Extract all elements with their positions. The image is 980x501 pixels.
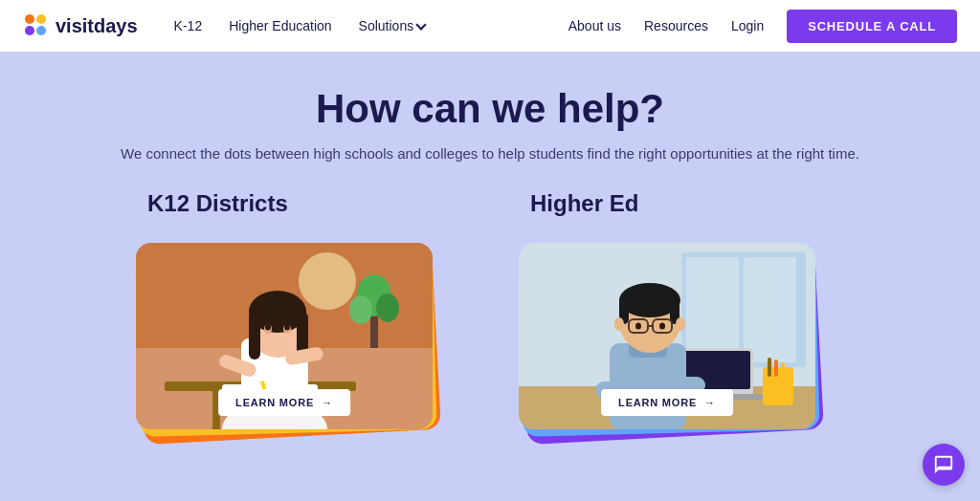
svg-point-2 xyxy=(25,26,34,35)
k12-card-stack: LEARN MORE → xyxy=(136,229,461,429)
svg-rect-38 xyxy=(768,358,771,377)
logo[interactable]: visitdays xyxy=(23,12,138,39)
svg-point-24 xyxy=(284,324,290,331)
hero-subtitle: We connect the dots between high schools… xyxy=(57,145,923,162)
k12-card-column: K12 Districts xyxy=(136,190,461,429)
higher-ed-learn-more-button[interactable]: LEARN MORE → xyxy=(601,389,733,416)
svg-rect-32 xyxy=(744,257,796,362)
nav-k12[interactable]: K-12 xyxy=(174,18,203,33)
svg-point-50 xyxy=(635,323,641,330)
nav-right: About us Resources Login SCHEDULE A CALL xyxy=(568,10,957,43)
svg-rect-31 xyxy=(686,257,739,362)
hero-title: How can we help? xyxy=(57,86,923,132)
k12-learn-more-button[interactable]: LEARN MORE → xyxy=(218,389,350,416)
svg-point-53 xyxy=(676,317,685,331)
svg-point-51 xyxy=(659,323,665,330)
k12-card-main: LEARN MORE → xyxy=(136,243,433,429)
chevron-down-icon xyxy=(416,19,427,30)
svg-point-14 xyxy=(299,252,356,310)
navbar: visitdays K-12 Higher Education Solution… xyxy=(0,0,980,52)
svg-rect-19 xyxy=(249,312,260,359)
nav-login[interactable]: Login xyxy=(731,18,764,33)
svg-point-23 xyxy=(265,324,271,331)
hero-section: How can we help? We connect the dots bet… xyxy=(0,52,980,458)
svg-point-52 xyxy=(614,317,624,331)
svg-point-12 xyxy=(349,295,372,324)
schedule-call-button[interactable]: SCHEDULE A CALL xyxy=(787,10,957,43)
k12-card-title: K12 Districts xyxy=(147,190,288,217)
higher-ed-card-main: LEARN MORE → xyxy=(519,243,815,429)
svg-rect-39 xyxy=(774,359,778,377)
svg-point-1 xyxy=(36,14,46,24)
higher-ed-card-column: Higher Ed xyxy=(519,190,844,429)
chat-icon xyxy=(933,454,954,475)
higher-ed-card-stack: LEARN MORE → xyxy=(519,229,844,429)
svg-point-13 xyxy=(376,294,399,322)
cards-section: K12 Districts xyxy=(57,190,923,429)
nav-solutions[interactable]: Solutions xyxy=(359,18,426,33)
higher-ed-card-title: Higher Ed xyxy=(530,190,638,217)
svg-rect-40 xyxy=(781,362,785,377)
nav-higher-education[interactable]: Higher Education xyxy=(229,18,331,33)
nav-resources[interactable]: Resources xyxy=(644,18,708,33)
svg-point-0 xyxy=(25,14,34,24)
svg-point-3 xyxy=(36,26,46,35)
chat-bubble-button[interactable] xyxy=(923,444,965,486)
logo-text: visitdays xyxy=(56,15,138,37)
nav-about-us[interactable]: About us xyxy=(568,18,621,33)
logo-icon xyxy=(23,12,50,39)
